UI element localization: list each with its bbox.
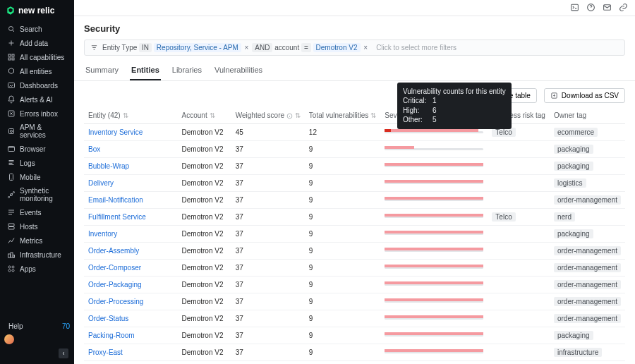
filter-operator: IN (139, 43, 152, 52)
sidebar-item-label: Add data (20, 40, 48, 47)
tab-libraries[interactable]: Libraries (171, 61, 203, 80)
entity-link[interactable]: Inventory (84, 225, 178, 242)
cell-severity (380, 259, 488, 276)
page-title: Security (74, 16, 635, 40)
grid-icon (7, 53, 16, 61)
entity-link[interactable]: Order-Processing (84, 293, 178, 310)
col-owner-tag[interactable]: Owner tag (550, 107, 625, 124)
tab-summary[interactable]: Summary (84, 61, 120, 80)
cell-owner-tag: ecommerce (550, 123, 625, 140)
sidebar-item-infrastructure[interactable]: Infrastructure (3, 248, 71, 261)
terminal-icon[interactable] (570, 3, 579, 12)
entity-link[interactable]: Order-Composer (84, 259, 178, 276)
sidebar-item-search[interactable]: Search (3, 23, 71, 35)
col-weighted-score[interactable]: Weighted score ⇅ (231, 107, 305, 124)
tab-vulnerabilities[interactable]: Vulnerabilities (213, 61, 264, 80)
table-row: DeliveryDemotron V2379logistics (84, 174, 625, 191)
info-icon (286, 113, 293, 119)
cell-total-vuln: 9 (305, 259, 381, 276)
sidebar-item-apps[interactable]: Apps (3, 262, 71, 275)
table-row: Order-PackagingDemotron V2379order-manag… (84, 276, 625, 293)
sidebar-item-apm-services[interactable]: APM & services (3, 121, 71, 141)
entity-link[interactable]: Box (84, 140, 178, 157)
entity-link[interactable]: Order-Packaging (84, 276, 178, 293)
sidebar-item-all-entities[interactable]: All entities (3, 65, 71, 78)
cell-owner-tag: nerd (550, 208, 625, 225)
main: Security Entity Type IN Repository, Serv… (74, 0, 635, 364)
table-row: Email-NotificationDemotron V2379order-ma… (84, 191, 625, 208)
filter-icon (90, 44, 98, 51)
svg-point-19 (8, 266, 11, 268)
sidebar-item-logs[interactable]: Logs (3, 157, 71, 169)
sidebar-item-browser[interactable]: Browser (3, 142, 71, 155)
table-toolbar: Vulnerability counts for this entity Cri… (74, 81, 635, 107)
filter-chip[interactable]: Repository, Service - APM (154, 43, 241, 52)
sidebar-item-metrics[interactable]: Metrics (3, 234, 71, 247)
sidebar-item-all-capabilities[interactable]: All capabilities (3, 51, 71, 63)
sidebar-item-add-data[interactable]: Add data (3, 37, 71, 49)
download-icon (550, 92, 558, 99)
link-icon[interactable] (619, 3, 628, 12)
cell-account: Demotron V2 (178, 310, 231, 327)
cell-score: 37 (231, 360, 305, 364)
cell-account: Demotron V2 (178, 360, 231, 364)
table-row: Fulfillment ServiceDemotron V2379Telcone… (84, 208, 625, 225)
entity-link[interactable]: Fulfillment Service (84, 208, 178, 225)
sidebar-item-mobile[interactable]: Mobile (3, 171, 71, 183)
table-row: Proxy-WestDemotron V2379infrastructure (84, 360, 625, 364)
sidebar-item-synthetic-monitoring[interactable]: Synthetic monitoring (3, 185, 71, 205)
cell-total-vuln: 9 (305, 140, 381, 157)
filter-remove[interactable]: × (362, 44, 369, 51)
help-label: Help (8, 322, 23, 330)
help-icon[interactable] (586, 3, 595, 12)
brand-text: new relic (18, 6, 54, 16)
cell-score: 37 (231, 157, 305, 174)
svg-rect-1 (8, 54, 11, 56)
cell-total-vuln: 9 (305, 327, 381, 344)
entity-link[interactable]: Inventory Service (84, 123, 178, 140)
sidebar-item-errors-inbox[interactable]: Errors inbox (3, 107, 71, 120)
entity-link[interactable]: Proxy-East (84, 344, 178, 360)
chevron-left-icon (61, 351, 66, 356)
brand[interactable]: new relic (0, 0, 74, 23)
entity-link[interactable]: Bubble-Wrap (84, 157, 178, 174)
sidebar-item-alerts-ai[interactable]: Alerts & AI (3, 93, 71, 106)
cell-owner-tag: order-management (550, 293, 625, 310)
mail-icon[interactable] (603, 3, 612, 12)
svg-rect-24 (572, 5, 579, 11)
topbar (74, 0, 635, 16)
download-csv-button[interactable]: Download as CSV (544, 88, 625, 103)
sidebar-item-label: APM & services (20, 123, 67, 139)
entity-link[interactable]: Delivery (84, 174, 178, 191)
collapse-sidebar-button[interactable] (59, 348, 68, 358)
cell-score: 37 (231, 276, 305, 293)
col-total-vuln[interactable]: Total vulnerabilities⇅ (305, 107, 381, 124)
sidebar-item-hosts[interactable]: Hosts (3, 220, 71, 233)
filter-remove[interactable]: × (243, 44, 250, 51)
avatar[interactable] (4, 334, 14, 344)
search-icon (7, 25, 16, 33)
filter-chip[interactable]: Demotron V2 (313, 43, 361, 52)
svg-rect-18 (13, 255, 15, 258)
help-link[interactable]: Help 70 (4, 322, 70, 330)
svg-point-13 (13, 192, 15, 193)
col-entity[interactable]: Entity (42)⇅ (84, 107, 178, 124)
cell-owner-tag: packaging (550, 225, 625, 242)
sidebar-item-events[interactable]: Events (3, 206, 71, 219)
cell-risk-tag (488, 174, 550, 191)
entity-link[interactable]: Email-Notification (84, 191, 178, 208)
filter-key: account (274, 44, 299, 51)
svg-point-0 (9, 27, 13, 31)
filter-bar[interactable]: Entity Type IN Repository, Service - APM… (84, 40, 625, 56)
table-row: Proxy-EastDemotron V2379infrastructure (84, 344, 625, 360)
sidebar-item-dashboards[interactable]: Dashboards (3, 79, 71, 92)
entity-link[interactable]: Packing-Room (84, 327, 178, 344)
tab-entities[interactable]: Entities (130, 61, 161, 80)
col-account[interactable]: Account⇅ (178, 107, 231, 124)
entity-link[interactable]: Proxy-West (84, 360, 178, 364)
cell-total-vuln: 9 (305, 360, 381, 364)
cell-risk-tag (488, 327, 550, 344)
cell-score: 37 (231, 242, 305, 259)
entity-link[interactable]: Order-Assembly (84, 242, 178, 259)
entity-link[interactable]: Order-Status (84, 310, 178, 327)
